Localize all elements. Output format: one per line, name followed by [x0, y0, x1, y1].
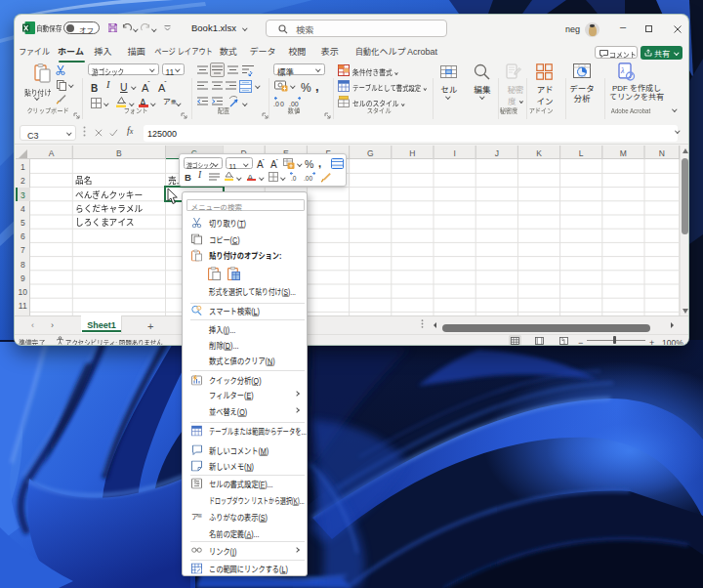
svg-text:λ: λ: [620, 66, 625, 75]
svg-text:亜: 亜: [197, 511, 202, 518]
svg-text:.00: .00: [304, 173, 312, 183]
